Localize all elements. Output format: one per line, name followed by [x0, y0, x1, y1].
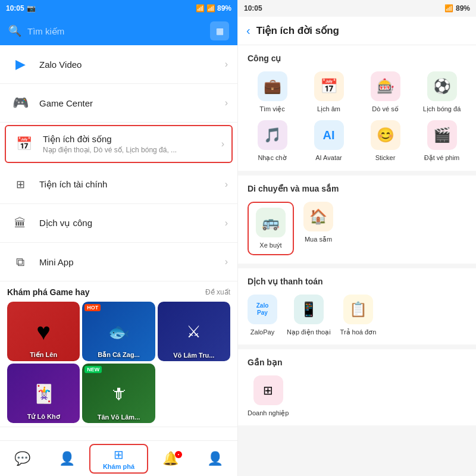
section-dich-vu-thanh-toan-title: Dịch vụ thanh toán — [248, 277, 466, 286]
chat-icon: 💬 — [14, 451, 30, 466]
doanh-nghiep-icon: ⊞ — [253, 375, 283, 405]
right-header: ‹ Tiện ích đời sống — [238, 17, 476, 45]
xe-buyt-label: Xe buýt — [259, 241, 281, 249]
menu-item-tien-ich-tai-chinh[interactable]: ⊞ Tiện ích tài chính › — [0, 165, 237, 204]
right-battery: 89% — [456, 4, 470, 12]
tien-ich-doi-song-subtitle: Nạp điện thoại, Dò vé số, Lịch bóng đá, … — [43, 146, 213, 154]
dat-ve-phim-label: Đặt vé phim — [424, 154, 460, 162]
game-center-icon: 🎮 — [10, 92, 31, 114]
kham-pha-icon: ⊞ — [114, 447, 124, 462]
tra-hoa-don-label: Trả hoá đơn — [340, 328, 377, 336]
menu-item-game-center[interactable]: 🎮 Game Center › — [0, 84, 237, 123]
tien-ich-tai-chinh-text: Tiện ích tài chính — [39, 179, 217, 190]
nav-item-kham-pha[interactable]: ⊞ Khám phá — [89, 444, 148, 474]
menu-item-zalo-video[interactable]: ▶ Zalo Video › — [0, 45, 237, 84]
tien-ich-doi-song-text: Tiện ích đời sống Nạp điện thoại, Dò vé … — [43, 134, 213, 154]
icon-item-ai-avatar[interactable]: AI AI Avatar — [304, 120, 353, 162]
chevron-icon: › — [225, 59, 228, 70]
section-di-chuyen-title: Di chuyển và mua sắm — [248, 184, 466, 193]
chevron-icon: › — [225, 98, 228, 108]
mua-sam-label: Mua sắm — [305, 235, 332, 243]
game-label-tu-lo-kho: Tứ Lô Khơ — [7, 413, 80, 421]
tien-ich-tai-chinh-icon: ⊞ — [10, 174, 31, 195]
icon-item-lich-bong-da[interactable]: ⚽ Lịch bóng đá — [417, 71, 466, 113]
icon-item-nap-dien-thoai[interactable]: 📱 Nạp điện thoại — [287, 295, 331, 336]
zalo-video-title: Zalo Video — [39, 60, 217, 70]
zalopay-label: ZaloPay — [250, 328, 274, 336]
game-grid: ♥ Tiến Lên 🐟 HOT Bắn Cá Zag... ⚔ Võ Lâm … — [7, 302, 230, 423]
icon-item-nhac-cho[interactable]: 🎵 Nhạc chờ — [248, 120, 297, 162]
do-ve-so-label: Dò vé số — [372, 105, 398, 113]
nav-item-notifications[interactable]: 🔔 • — [148, 447, 193, 470]
nav-item-chat[interactable]: 💬 — [0, 447, 45, 470]
icon-item-do-ve-so[interactable]: 🎰 Dò vé số — [361, 71, 410, 113]
game-badge-hot: HOT — [84, 304, 101, 311]
icon-item-lich-am[interactable]: 📅 Lịch âm — [304, 71, 353, 113]
section-di-chuyen: Di chuyển và mua sắm 🚌 Xe buýt 🏠 Mua sắm — [238, 176, 476, 264]
qr-icon: ▦ — [216, 26, 224, 36]
dat-ve-phim-icon: 🎬 — [427, 120, 457, 150]
nhac-cho-icon: 🎵 — [258, 120, 287, 150]
nav-item-profile[interactable]: 👤 — [193, 447, 237, 470]
icon-item-sticker[interactable]: 😊 Sticker — [361, 120, 410, 162]
icon-item-dat-ve-phim[interactable]: 🎬 Đặt vé phim — [417, 120, 466, 162]
ai-avatar-icon: AI — [314, 120, 344, 150]
xe-buyt-icon: 🚌 — [256, 208, 286, 237]
icon-item-tra-hoa-don[interactable]: 📋 Trả hoá đơn — [340, 295, 377, 336]
di-chuyen-grid: 🚌 Xe buýt 🏠 Mua sắm — [248, 202, 466, 255]
thanh-toan-grid: Zalo Pay ZaloPay 📱 Nạp điện thoại 📋 Trả … — [248, 295, 466, 336]
game-card-tu-lo-kho[interactable]: 🃏 Tứ Lô Khơ — [7, 364, 80, 423]
left-panel: 10:05 📷 📶 📶 89% 🔍 ▦ ▶ Zalo Video › 🎮 Ga — [0, 0, 238, 476]
zalopay-icon: Zalo Pay — [248, 295, 277, 324]
sticker-label: Sticker — [375, 154, 396, 162]
tien-ich-doi-song-title: Tiện ích đời sống — [43, 134, 213, 145]
contacts-icon: 👤 — [59, 451, 75, 466]
qr-button[interactable]: ▦ — [210, 21, 229, 40]
chevron-icon: › — [225, 179, 228, 190]
menu-list: ▶ Zalo Video › 🎮 Game Center › 📅 Tiện íc… — [0, 45, 237, 440]
notification-icon: 📷 — [27, 4, 36, 12]
game-label-tien-len: Tiến Lên — [7, 351, 80, 359]
menu-item-mini-app[interactable]: ⧉ Mini App › — [0, 243, 237, 281]
chevron-icon: › — [221, 139, 224, 149]
gan-ban-grid: ⊞ Doanh nghiệp — [248, 375, 466, 417]
lich-am-icon: 📅 — [314, 71, 344, 101]
right-time: 10:05 — [244, 4, 262, 12]
icon-item-xe-buyt[interactable]: 🚌 Xe buýt — [248, 202, 294, 255]
search-input[interactable] — [27, 26, 204, 36]
nhac-cho-label: Nhạc chờ — [258, 154, 286, 162]
nav-item-contacts[interactable]: 👤 — [45, 447, 89, 470]
game-card-tien-len[interactable]: ♥ Tiến Lên — [7, 302, 80, 361]
section-gan-ban: Gần bạn ⊞ Doanh nghiệp — [238, 349, 476, 425]
status-left: 10:05 📷 — [6, 4, 36, 12]
icon-item-doanh-nghiep[interactable]: ⊞ Doanh nghiệp — [248, 375, 289, 417]
nap-dien-thoai-icon: 📱 — [294, 295, 324, 324]
mini-app-icon: ⧉ — [10, 251, 31, 273]
status-right: 📶 📶 89% — [196, 4, 231, 12]
page-title: Tiện ích đời sống — [256, 24, 339, 37]
back-button[interactable]: ‹ — [246, 24, 250, 37]
doanh-nghiep-label: Doanh nghiệp — [248, 409, 289, 417]
zalopay-icon-text2: Pay — [257, 309, 268, 316]
game-card-ban-ca[interactable]: 🐟 HOT Bắn Cá Zag... — [82, 302, 155, 361]
nap-dien-thoai-label: Nạp điện thoại — [287, 328, 331, 336]
tra-hoa-don-icon: 📋 — [343, 295, 373, 324]
icon-item-tim-viec[interactable]: 💼 Tìm việc — [248, 71, 297, 113]
dich-vu-cong-text: Dịch vụ công — [39, 218, 217, 228]
section-cong-cu-title: Công cụ — [248, 54, 466, 63]
search-icon: 🔍 — [8, 24, 21, 37]
menu-item-dich-vu-cong[interactable]: 🏛 Dịch vụ công › — [0, 204, 237, 243]
icon-item-mua-sam[interactable]: 🏠 Mua sắm — [303, 202, 333, 255]
game-card-vo-lam[interactable]: ⚔ Võ Lâm Tru... — [158, 302, 230, 361]
icon-item-zalopay[interactable]: Zalo Pay ZaloPay — [248, 295, 277, 336]
zalopay-icon-text: Zalo — [256, 302, 269, 309]
bottom-nav: 💬 👤 ⊞ Khám phá 🔔 • 👤 — [0, 440, 237, 476]
search-bar: 🔍 ▦ — [0, 17, 237, 45]
mini-app-title: Mini App — [39, 257, 217, 267]
wifi-icon: 📶 — [196, 4, 205, 12]
game-card-tan-vo-lam[interactable]: 🗡 NEW Tân Võ Lâm... — [82, 364, 155, 423]
game-section-title: Khám phá Game hay — [7, 287, 90, 297]
tim-viec-label: Tìm việc — [259, 105, 284, 113]
game-badge-new: NEW — [84, 366, 102, 373]
menu-item-tien-ich-doi-song[interactable]: 📅 Tiện ích đời sống Nạp điện thoại, Dò v… — [5, 125, 233, 163]
